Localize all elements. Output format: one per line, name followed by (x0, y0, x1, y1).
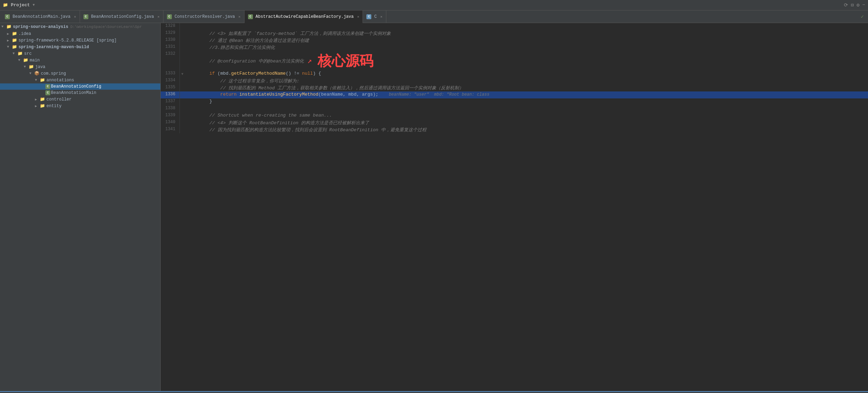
tab-close-0[interactable]: ✕ (74, 15, 76, 19)
tree-arrow-controller: ▶ (35, 97, 40, 102)
project-sidebar: ▼ 📁 spring-source-analysis D:\WorkingSpa… (0, 23, 161, 391)
window-dropdown-icon[interactable]: ▼ (33, 3, 35, 7)
tree-arrow-com-spring: ▼ (29, 72, 34, 75)
code-line-1337: 1337 } (161, 98, 868, 105)
tree-label-bac: BeanAnnotationConfig (51, 84, 101, 89)
tree-label-spring-fw: spring-framework-5.2.8.RELEASE [spring] (19, 38, 117, 43)
tab-label-0: BeanAnnotationMain.java (13, 14, 71, 19)
tab-close-1[interactable]: ✕ (158, 15, 160, 19)
java-folder-icon: 📁 (29, 64, 34, 69)
tree-label-main: main (30, 58, 40, 63)
tab-icon-1: C (83, 14, 88, 19)
tab-bean-annotation-main[interactable]: C BeanAnnotationMain.java ✕ (1, 10, 80, 23)
minimize-icon[interactable]: − (862, 2, 865, 8)
tree-java[interactable]: ▼ 📁 java (0, 64, 160, 70)
tree-arrow-entity: ▶ (35, 104, 40, 108)
tree-label-spring-learn: spring-learnning-maven-build (19, 45, 89, 50)
tree-label-com-spring: com.spring (41, 71, 66, 76)
project-folder-icon: 📁 (3, 2, 8, 8)
code-line-1331: 1331 //3.静态和实例工厂方法实例化 (161, 44, 868, 51)
tree-arrow-root: ▼ (1, 25, 6, 29)
tab-bar: C BeanAnnotationMain.java ✕ C BeanAnnota… (0, 10, 868, 23)
tree-label-controller: controller (46, 97, 72, 102)
spring-learn-folder-icon: 📁 (12, 44, 17, 50)
tree-label-entity: entity (46, 104, 61, 109)
tab-c[interactable]: C C ✕ (363, 10, 386, 23)
main-folder-icon: 📁 (23, 58, 28, 63)
tree-main[interactable]: ▼ 📁 main (0, 57, 160, 64)
overlay-text: 核心源码 (318, 51, 373, 71)
annotations-folder-icon: 📁 (40, 77, 45, 83)
window-controls: ⟳ ⊟ ⚙ − (844, 2, 865, 8)
tree-arrow-src: ▼ (13, 52, 17, 55)
tab-label-2: ConstructorResolver.java (175, 14, 235, 19)
code-line-1336: 1336 return instantiateUsingFactoryMetho… (161, 91, 868, 98)
tree-annotations[interactable]: ▼ 📁 annotations (0, 77, 160, 83)
tab-icon-0: C (5, 14, 10, 19)
tab-constructor-resolver[interactable]: C ConstructorResolver.java ✕ (163, 10, 245, 23)
debug-bar: Debug: 📄 BeanAnnotationMain ✕ ⚙ − (0, 391, 868, 393)
debug-panel: Debug: 📄 BeanAnnotationMain ✕ ⚙ − ▶ ⏸ ⏹ … (0, 391, 868, 393)
tree-label-idea: .idea (19, 31, 31, 36)
src-folder-icon: 📁 (17, 51, 23, 56)
code-line-1330: 1330 // 通过 @Bean 标注的方法会通过这里进行创建 (161, 37, 868, 44)
tab-close-2[interactable]: ✕ (239, 15, 241, 19)
tab-label-4: C (374, 14, 377, 19)
tree-arrow-idea: ▶ (7, 32, 12, 36)
tab-bean-annotation-config[interactable]: C BeanAnnotationConfig.java ✕ (80, 10, 163, 23)
tab-close-4[interactable]: ✕ (380, 15, 382, 19)
code-line-1328: 1328 (161, 23, 868, 30)
tab-icon-3: C (248, 14, 253, 19)
arrow-annotation: ↗ (307, 56, 312, 66)
tree-arrow-annotations: ▼ (35, 78, 40, 82)
tree-spring-learn[interactable]: ▼ 📁 spring-learnning-maven-build (0, 44, 160, 50)
tab-icon-2: C (167, 14, 172, 19)
code-editor[interactable]: 1328 1329 // <3> 如果配置了 `factory-method` … (161, 23, 868, 391)
tree-entity[interactable]: ▶ 📁 entity (0, 103, 160, 109)
tree-label-src: src (24, 51, 32, 56)
code-line-1341: 1341 // 因为找到最匹配的构造方法比较繁琐，找到后会设置到 RootBea… (161, 126, 868, 133)
code-line-1332: 1332 // @configuration 中的@bean方法实例化 ↗ 核心… (161, 51, 868, 71)
code-line-1335: 1335 // 找到最匹配的 Method 工厂方法，获取相关参数（依赖注入），… (161, 84, 868, 91)
code-line-1329: 1329 // <3> 如果配置了 `factory-method` 工厂方法，… (161, 30, 868, 37)
checkmark-icon: ✓ (861, 14, 864, 20)
sync-icon[interactable]: ⟳ (844, 2, 848, 8)
tree-idea[interactable]: ▶ 📁 .idea (0, 30, 160, 37)
code-line-1339: 1339 // Shortcut when re-creating the sa… (161, 112, 868, 119)
code-line-1338: 1338 (161, 105, 868, 112)
tab-label-1: BeanAnnotationConfig.java (91, 14, 154, 19)
window-chrome: 📁 Project ▼ ⟳ ⊟ ⚙ − (0, 0, 868, 10)
tab-icon-4: C (366, 14, 371, 19)
tree-bean-annotation-config[interactable]: ▶ C BeanAnnotationConfig (0, 83, 160, 90)
bean-annotation-config-icon: C (45, 84, 50, 89)
window-title: Project (11, 2, 30, 8)
tree-root[interactable]: ▼ 📁 spring-source-analysis D:\WorkingSpa… (0, 23, 160, 30)
tree-label-bam: BeanAnnotationMain (51, 90, 96, 95)
main-layout: ▼ 📁 spring-source-analysis D:\WorkingSpa… (0, 23, 868, 391)
code-line-1334: 1334 // 这个过程非常复杂，你可以理解为: (161, 77, 868, 84)
com-spring-pkg-icon: 📦 (34, 71, 39, 76)
bean-annotation-main-icon: C (45, 90, 50, 95)
tree-root-path: D:\WorkingSpace\SourceLearn\Spr (70, 25, 142, 29)
tree-controller[interactable]: ▶ 📁 controller (0, 96, 160, 103)
tree-src[interactable]: ▼ 📁 src (0, 50, 160, 57)
tree-com-spring[interactable]: ▼ 📦 com.spring (0, 70, 160, 77)
settings-icon[interactable]: ⚙ (856, 2, 859, 8)
tab-close-3[interactable]: ✕ (357, 15, 359, 19)
entity-folder-icon: 📁 (40, 103, 45, 109)
tree-arrow-java: ▼ (24, 65, 29, 69)
controller-folder-icon: 📁 (40, 97, 45, 102)
editor-area: 1328 1329 // <3> 如果配置了 `factory-method` … (161, 23, 868, 391)
root-folder-icon: 📁 (6, 24, 12, 29)
tab-abstract-autowire[interactable]: C AbstractAutowireCapableBeanFactory.jav… (245, 10, 363, 23)
tree-label-annotations: annotations (46, 78, 74, 83)
idea-folder-icon: 📁 (12, 31, 17, 36)
tree-bean-annotation-main[interactable]: ▶ C BeanAnnotationMain (0, 90, 160, 96)
tree-arrow-learn: ▼ (7, 45, 12, 49)
spring-fw-folder-icon: 📁 (12, 38, 17, 43)
layout-icon[interactable]: ⊟ (851, 2, 854, 8)
tree-spring-fw[interactable]: ▶ 📁 spring-framework-5.2.8.RELEASE [spri… (0, 37, 160, 44)
tree-root-label: spring-source-analysis (13, 24, 68, 29)
tree-arrow-main: ▼ (18, 58, 23, 62)
code-line-1340: 1340 // <4> 判断这个 RootBeanDefinition 的构造方… (161, 119, 868, 126)
